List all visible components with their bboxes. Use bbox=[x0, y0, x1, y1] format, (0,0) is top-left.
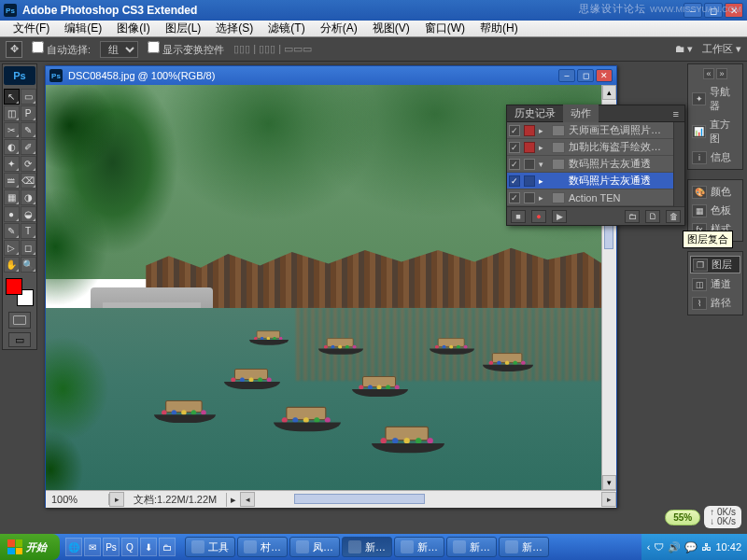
panel-info[interactable]: i信息 bbox=[690, 149, 740, 165]
tray-icon[interactable]: 🖧 bbox=[701, 541, 712, 553]
tool-4[interactable]: ✂ bbox=[4, 122, 20, 138]
menu-view[interactable]: 视图(V) bbox=[365, 21, 417, 36]
menu-help[interactable]: 帮助(H) bbox=[472, 21, 526, 36]
doc-minimize-button[interactable]: – bbox=[558, 69, 575, 82]
delete-button[interactable]: 🗑 bbox=[666, 210, 681, 223]
dialog-toggle-icon[interactable] bbox=[524, 142, 535, 153]
tool-21[interactable]: 🔍 bbox=[21, 257, 36, 273]
tool-13[interactable]: ◑ bbox=[21, 189, 36, 205]
action-row[interactable]: ✓▸天师画王色调照片… bbox=[507, 122, 684, 139]
tool-6[interactable]: ◐ bbox=[4, 139, 20, 155]
quick-mask-button[interactable] bbox=[8, 312, 31, 329]
menu-filter[interactable]: 滤镜(T) bbox=[261, 21, 312, 36]
clock[interactable]: 10:42 bbox=[715, 541, 741, 553]
tool-15[interactable]: ◒ bbox=[21, 206, 36, 222]
doc-close-button[interactable]: ✕ bbox=[596, 69, 613, 82]
tray-icon[interactable]: 🔊 bbox=[668, 541, 681, 553]
tool-20[interactable]: ✋ bbox=[4, 257, 20, 273]
panel-color[interactable]: 🎨颜色 bbox=[690, 184, 740, 200]
tool-8[interactable]: ✦ bbox=[4, 156, 20, 172]
tool-12[interactable]: ▦ bbox=[4, 189, 20, 205]
menu-layer[interactable]: 图层(L) bbox=[158, 21, 209, 36]
panel-layers[interactable]: ❐图层 bbox=[690, 256, 740, 273]
toggle-check-icon[interactable]: ✓ bbox=[509, 192, 520, 203]
tool-16[interactable]: ✎ bbox=[4, 223, 20, 239]
expand-icon[interactable]: ▸ bbox=[539, 176, 548, 186]
taskbar-button[interactable]: 凤… bbox=[289, 537, 340, 557]
tab-actions[interactable]: 动作 bbox=[563, 105, 599, 122]
tray-icon[interactable]: 🛡 bbox=[654, 541, 664, 553]
taskbar-button[interactable]: 村… bbox=[237, 537, 288, 557]
toggle-check-icon[interactable]: ✓ bbox=[509, 142, 520, 153]
tool-0[interactable]: ↖ bbox=[4, 89, 20, 105]
new-set-button[interactable]: 🗀 bbox=[625, 210, 640, 223]
workspace-dropdown[interactable]: 工作区 ▾ bbox=[702, 42, 741, 56]
ql-icon[interactable]: ✉ bbox=[84, 538, 101, 556]
panel-swatches[interactable]: ▦色板 bbox=[690, 203, 740, 218]
tool-1[interactable]: ▭ bbox=[21, 89, 36, 105]
auto-select-dropdown[interactable]: 组 bbox=[100, 41, 138, 58]
action-row[interactable]: ✓▾数码照片去灰通透 bbox=[507, 156, 684, 173]
show-transform-checkbox[interactable]: 显示变换控件 bbox=[148, 41, 224, 57]
expand-icon[interactable]: ▾ bbox=[539, 160, 548, 169]
tool-2[interactable]: ◫ bbox=[4, 105, 20, 121]
menu-analysis[interactable]: 分析(A) bbox=[313, 21, 365, 36]
new-action-button[interactable]: 🗋 bbox=[645, 210, 660, 223]
expand-icon[interactable]: ▸ bbox=[539, 193, 548, 203]
tool-14[interactable]: ● bbox=[4, 206, 20, 222]
toggle-check-icon[interactable]: ✓ bbox=[509, 125, 520, 136]
taskbar-button[interactable]: 工具 bbox=[185, 537, 235, 557]
panel-navigator[interactable]: ✦导航器 bbox=[690, 84, 740, 114]
expand-icon[interactable]: ▸ bbox=[539, 143, 548, 152]
expand-icon[interactable]: ▸ bbox=[539, 126, 548, 135]
ql-icon[interactable]: ⬇ bbox=[140, 538, 157, 556]
dialog-toggle-icon[interactable] bbox=[524, 175, 535, 187]
toggle-check-icon[interactable]: ✓ bbox=[509, 159, 520, 170]
tool-11[interactable]: ⌫ bbox=[21, 173, 36, 189]
system-tray[interactable]: ‹ 🛡 🔊 💬 🖧 10:42 bbox=[641, 534, 747, 560]
menu-image[interactable]: 图像(I) bbox=[109, 21, 157, 36]
bridge-icon[interactable]: 🖿▾ bbox=[675, 43, 693, 55]
action-row[interactable]: ✓▸Action TEN bbox=[507, 189, 684, 206]
start-button[interactable]: 开始 bbox=[0, 534, 60, 560]
tray-icon[interactable]: 💬 bbox=[684, 541, 698, 553]
menu-file[interactable]: 文件(F) bbox=[6, 21, 57, 36]
dialog-toggle-icon[interactable] bbox=[524, 125, 535, 136]
panel-scrollbar[interactable] bbox=[673, 122, 684, 206]
taskbar-button[interactable]: 新… bbox=[446, 537, 497, 557]
dock-collapse-icon[interactable]: « bbox=[703, 68, 714, 79]
zoom-field[interactable]: 100% bbox=[46, 494, 109, 505]
tool-18[interactable]: ▷ bbox=[4, 240, 20, 256]
tab-history[interactable]: 历史记录 bbox=[507, 105, 563, 122]
tool-19[interactable]: ◻ bbox=[21, 240, 36, 256]
dialog-toggle-icon[interactable] bbox=[524, 159, 535, 170]
tool-3[interactable]: P bbox=[21, 105, 36, 121]
tray-expand-icon[interactable]: ‹ bbox=[647, 541, 651, 553]
panel-menu-icon[interactable]: ≡ bbox=[668, 108, 684, 119]
actions-panel[interactable]: 历史记录 动作 ≡ ✓▸天师画王色调照片…✓▸加勒比海盗手绘效…✓▾数码照片去灰… bbox=[506, 105, 685, 226]
tool-10[interactable]: ⩸ bbox=[4, 173, 20, 189]
dialog-toggle-icon[interactable] bbox=[524, 192, 535, 203]
dock-expand-icon[interactable]: » bbox=[716, 68, 727, 79]
ql-icon[interactable]: 🗀 bbox=[159, 538, 176, 556]
menu-edit[interactable]: 编辑(E) bbox=[57, 21, 109, 36]
foreground-color-swatch[interactable] bbox=[6, 278, 22, 295]
taskbar-button[interactable]: 新… bbox=[499, 537, 549, 557]
ql-icon[interactable]: Ps bbox=[103, 538, 120, 556]
panel-paths[interactable]: ⌇路径 bbox=[690, 295, 740, 311]
record-button[interactable]: ● bbox=[531, 210, 546, 223]
menu-select[interactable]: 选择(S) bbox=[208, 21, 261, 36]
scroll-thumb-h[interactable] bbox=[294, 494, 425, 504]
tool-5[interactable]: ✎ bbox=[21, 122, 36, 138]
toolbox-header-icon[interactable]: Ps bbox=[4, 66, 35, 85]
panel-histogram[interactable]: 📊直方图 bbox=[690, 117, 740, 147]
ql-icon[interactable]: 🌐 bbox=[65, 538, 82, 556]
scroll-down-button[interactable]: ▾ bbox=[602, 475, 616, 490]
screen-mode-button[interactable]: ▭ bbox=[8, 332, 31, 347]
doc-size-info[interactable]: 文档:1.22M/1.22M bbox=[124, 493, 227, 507]
document-titlebar[interactable]: Ps DSC08458.jpg @ 100%(RGB/8) – ◻ ✕ bbox=[46, 66, 616, 85]
horizontal-scrollbar[interactable]: ◂ ▸ bbox=[240, 492, 616, 507]
action-row[interactable]: ✓▸加勒比海盗手绘效… bbox=[507, 139, 684, 156]
auto-select-checkbox[interactable]: 自动选择: bbox=[32, 41, 91, 57]
action-row[interactable]: ✓▸数码照片去灰通透 bbox=[507, 173, 684, 189]
